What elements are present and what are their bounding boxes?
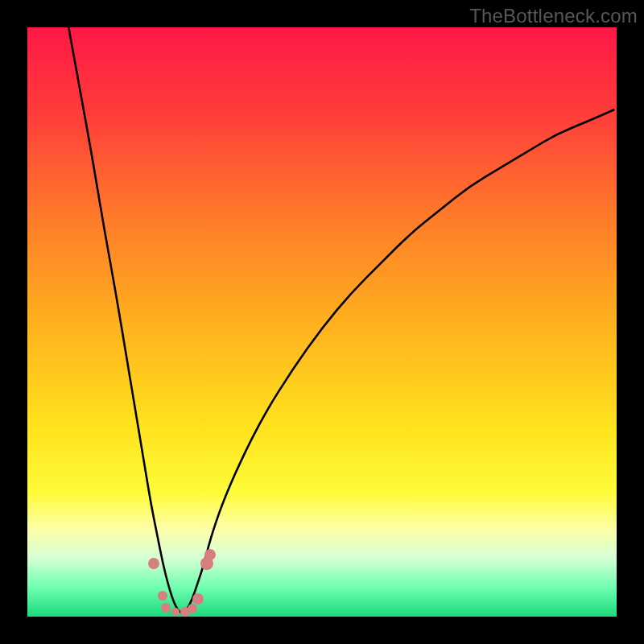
- chart-frame: TheBottleneck.com: [0, 0, 644, 644]
- data-point-marker: [158, 591, 167, 601]
- data-point-marker: [192, 593, 204, 605]
- data-point-markers: [27, 27, 617, 617]
- chart-plot-area: [27, 27, 617, 617]
- data-point-marker: [161, 603, 171, 613]
- data-point-marker: [188, 604, 197, 613]
- watermark-text: TheBottleneck.com: [469, 5, 638, 27]
- data-point-marker: [204, 549, 216, 560]
- data-point-marker: [148, 558, 159, 569]
- data-point-marker: [171, 608, 180, 616]
